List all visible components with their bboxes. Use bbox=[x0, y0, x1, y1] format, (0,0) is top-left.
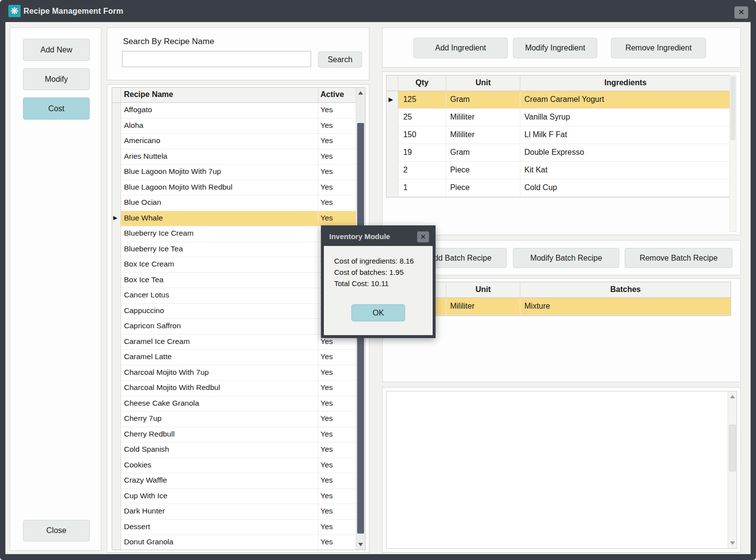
recipe-row[interactable]: Aloha Yes bbox=[112, 119, 365, 134]
row-selector-cell[interactable] bbox=[112, 535, 121, 550]
recipe-name-cell[interactable]: Charcoal Mojito With 7up bbox=[121, 365, 318, 381]
ingredient-name-cell[interactable]: Cream Caramel Yogurt bbox=[520, 91, 731, 109]
recipe-name-cell[interactable]: Cheese Cake Granola bbox=[121, 396, 318, 412]
ingredient-row[interactable]: 2 Piece Kit Kat bbox=[387, 162, 731, 179]
scroll-down-arrow-icon[interactable] bbox=[356, 540, 365, 550]
modify-ingredient-button[interactable]: Modify Ingredient bbox=[513, 38, 597, 58]
modify-batch-recipe-button[interactable]: Modify Batch Recipe bbox=[513, 248, 619, 268]
notes-textarea[interactable] bbox=[386, 391, 737, 549]
row-selector-cell[interactable] bbox=[112, 288, 121, 304]
recipe-row[interactable]: Dessert Yes bbox=[112, 520, 365, 536]
recipe-row[interactable]: Dark Hunter Yes bbox=[112, 504, 365, 520]
recipe-active-cell[interactable]: Yes bbox=[318, 520, 357, 536]
recipe-name-cell[interactable]: Cancer Lotus bbox=[121, 288, 318, 304]
row-selector-cell[interactable] bbox=[112, 134, 121, 149]
recipe-active-cell[interactable]: Yes bbox=[318, 535, 357, 550]
recipe-name-cell[interactable]: Aloha bbox=[121, 119, 318, 134]
recipe-name-cell[interactable]: Blue Whale bbox=[121, 211, 318, 227]
batch-row[interactable]: Mililiter Mixture bbox=[387, 298, 731, 316]
modify-button[interactable]: Modify bbox=[23, 68, 90, 90]
recipe-name-cell[interactable]: Box Ice Cream bbox=[121, 257, 318, 273]
recipe-active-cell[interactable]: Yes bbox=[318, 489, 357, 505]
recipe-active-cell[interactable]: Yes bbox=[318, 180, 357, 196]
recipe-active-cell[interactable]: Yes bbox=[318, 211, 357, 227]
ingredient-name-cell[interactable]: Kit Kat bbox=[520, 162, 731, 179]
recipe-name-cell[interactable]: Dessert bbox=[121, 520, 318, 536]
recipe-name-cell[interactable]: Donut Granola bbox=[121, 535, 318, 550]
ingredient-qty-cell[interactable]: 125 bbox=[398, 91, 446, 109]
search-button[interactable]: Search bbox=[318, 51, 362, 68]
recipe-name-cell[interactable]: Aries Nuttela bbox=[121, 149, 318, 165]
batch-unit-cell[interactable]: Mililiter bbox=[446, 298, 521, 316]
recipe-name-cell[interactable]: Cookies bbox=[121, 458, 318, 474]
row-selector-cell[interactable] bbox=[387, 91, 398, 109]
ingredient-row[interactable]: 25 Mililiter Vanilla Syrup bbox=[387, 109, 731, 126]
ingredient-row[interactable]: 1 Piece Cold Cup bbox=[387, 179, 731, 197]
recipe-name-cell[interactable]: Cappuccino bbox=[121, 304, 318, 319]
unit-column-header[interactable]: Unit bbox=[446, 282, 521, 297]
window-close-button[interactable]: ✕ bbox=[734, 6, 748, 19]
ingredients-scrollbar[interactable] bbox=[730, 75, 736, 232]
row-selector-cell[interactable] bbox=[112, 319, 121, 335]
recipe-name-cell[interactable]: Blue Ocian bbox=[121, 195, 318, 211]
recipe-active-cell[interactable]: Yes bbox=[318, 103, 357, 119]
row-selector-cell[interactable] bbox=[112, 504, 121, 520]
recipe-active-cell[interactable]: Yes bbox=[318, 504, 357, 520]
recipe-active-cell[interactable]: Yes bbox=[318, 396, 357, 412]
recipe-name-cell[interactable]: Caramel Ice Cream bbox=[121, 335, 318, 350]
recipe-row[interactable]: Blue Lagoon Mojito With Redbul Yes bbox=[112, 180, 365, 196]
row-selector-cell[interactable] bbox=[112, 427, 121, 443]
recipe-row[interactable]: Cherry Redbull Yes bbox=[112, 427, 365, 443]
recipe-active-cell[interactable]: Yes bbox=[318, 350, 357, 365]
ingredient-qty-cell[interactable]: 19 bbox=[398, 144, 446, 162]
recipe-row[interactable]: Crazy Waffle Yes bbox=[112, 473, 365, 489]
ingredient-unit-cell[interactable]: Mililiter bbox=[446, 109, 521, 126]
ingredient-name-cell[interactable]: Cold Cup bbox=[520, 179, 731, 197]
row-selector-cell[interactable] bbox=[387, 109, 398, 126]
recipe-active-cell[interactable]: Yes bbox=[318, 149, 357, 165]
recipe-name-cell[interactable]: Cold Spanish bbox=[121, 442, 318, 458]
search-input[interactable] bbox=[122, 51, 311, 67]
recipe-name-cell[interactable]: Crazy Waffle bbox=[121, 473, 318, 489]
ingredients-column-header[interactable]: Ingredients bbox=[520, 75, 731, 91]
ingredient-qty-cell[interactable]: 1 bbox=[398, 179, 446, 197]
ingredient-row[interactable]: 19 Gram Double Expresso bbox=[387, 144, 731, 162]
ingredient-qty-cell[interactable]: 150 bbox=[398, 126, 446, 144]
row-selector-cell[interactable] bbox=[112, 257, 121, 273]
recipe-active-cell[interactable]: Yes bbox=[318, 365, 357, 381]
ingredient-qty-cell[interactable]: 25 bbox=[398, 109, 446, 126]
recipe-name-cell[interactable]: Dark Hunter bbox=[121, 504, 318, 520]
qty-column-header[interactable]: Qty bbox=[398, 75, 446, 91]
row-selector-cell[interactable] bbox=[112, 396, 121, 412]
row-selector-cell[interactable] bbox=[387, 144, 398, 162]
recipe-row[interactable]: Blue Whale Yes bbox=[112, 211, 365, 227]
row-selector-cell[interactable] bbox=[112, 412, 121, 427]
recipe-row[interactable]: Cherry 7up Yes bbox=[112, 412, 365, 427]
ingredient-unit-cell[interactable]: Piece bbox=[446, 162, 521, 179]
recipe-row[interactable]: Charcoal Mojito With Redbul Yes bbox=[112, 381, 365, 396]
row-selector-cell[interactable] bbox=[112, 442, 121, 458]
row-selector-cell[interactable] bbox=[112, 520, 121, 536]
remove-batch-recipe-button[interactable]: Remove Batch Recipe bbox=[625, 248, 732, 268]
recipe-row[interactable]: Cheese Cake Granola Yes bbox=[112, 396, 365, 412]
row-selector-cell[interactable] bbox=[112, 149, 121, 165]
close-button[interactable]: Close bbox=[23, 520, 90, 541]
recipe-active-cell[interactable]: Yes bbox=[318, 442, 357, 458]
recipe-name-cell[interactable]: Cherry 7up bbox=[121, 412, 318, 427]
recipe-row[interactable]: Donut Granola Yes bbox=[112, 535, 365, 550]
row-selector-cell[interactable] bbox=[112, 350, 121, 365]
row-selector-cell[interactable] bbox=[112, 226, 121, 242]
row-selector-cell[interactable] bbox=[112, 273, 121, 289]
row-selector-cell[interactable] bbox=[112, 180, 121, 196]
ingredient-unit-cell[interactable]: Gram bbox=[446, 144, 521, 162]
recipe-name-cell[interactable]: Capricon Saffron bbox=[121, 319, 318, 335]
unit-column-header[interactable]: Unit bbox=[446, 75, 521, 91]
ingredients-scrollbar-thumb[interactable] bbox=[731, 76, 735, 140]
recipe-name-cell[interactable]: Blue Lagoon Mojito With 7up bbox=[121, 165, 318, 180]
row-selector-cell[interactable] bbox=[112, 381, 121, 396]
recipe-name-cell[interactable]: Americano bbox=[121, 134, 318, 149]
batch-name-cell[interactable]: Mixture bbox=[520, 298, 731, 316]
recipe-active-cell[interactable]: Yes bbox=[318, 119, 357, 134]
recipe-row[interactable]: Americano Yes bbox=[112, 134, 365, 149]
ingredient-row[interactable]: 125 Gram Cream Caramel Yogurt bbox=[387, 91, 731, 109]
